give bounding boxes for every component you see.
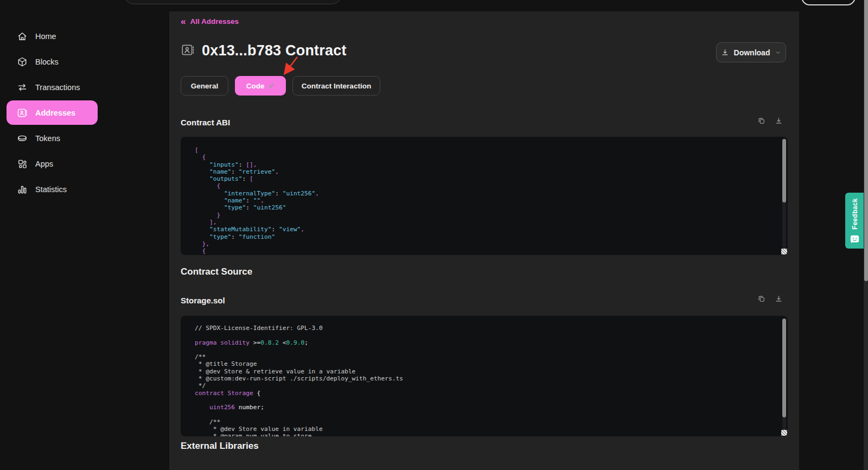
tab-code[interactable]: Code ✓ xyxy=(235,76,286,96)
download-button[interactable]: Download xyxy=(716,42,786,62)
sidebar-item-home[interactable]: Home xyxy=(7,24,98,48)
contract-address-icon xyxy=(181,43,195,59)
scrollbar-thumb[interactable] xyxy=(782,319,786,417)
abi-actions xyxy=(757,117,783,125)
sidebar-item-label: Blocks xyxy=(35,58,59,66)
blocks-icon xyxy=(17,56,28,67)
tab-label: Code xyxy=(246,82,265,90)
sidebar-item-blocks[interactable]: Blocks xyxy=(7,49,98,74)
app-root: Home Blocks Transactions Addresses Token… xyxy=(0,0,868,470)
chevron-down-icon xyxy=(775,49,781,56)
sidebar-item-label: Apps xyxy=(35,160,53,168)
tab-label: General xyxy=(191,82,218,90)
source-code: // SPDX-License-Identifier: GPL-3.0 prag… xyxy=(181,316,788,436)
tab-contract-interaction[interactable]: Contract Interaction xyxy=(292,76,380,96)
check-icon: ✓ xyxy=(269,81,275,90)
copy-icon[interactable] xyxy=(757,295,765,303)
feedback-button[interactable]: Feedback xyxy=(845,193,864,249)
contract-abi-code-block[interactable]: [ { "inputs": [], "name": "retrieve", "o… xyxy=(181,137,788,255)
page-scrollbar[interactable] xyxy=(864,0,868,470)
copy-icon[interactable] xyxy=(757,117,765,125)
sidebar-item-label: Tokens xyxy=(35,134,60,143)
back-link-label: All Addresses xyxy=(190,17,239,26)
sidebar-item-label: Transactions xyxy=(35,83,80,92)
external-libraries-heading: External Libraries xyxy=(181,441,259,452)
statistics-icon xyxy=(17,184,28,195)
home-icon xyxy=(17,31,28,42)
download-icon xyxy=(721,48,729,56)
download-icon[interactable] xyxy=(775,117,783,125)
download-icon[interactable] xyxy=(775,295,783,303)
resize-grip[interactable] xyxy=(781,430,787,436)
transactions-icon xyxy=(17,82,28,93)
download-button-label: Download xyxy=(734,48,770,57)
sidebar-item-addresses[interactable]: Addresses xyxy=(7,100,98,125)
top-right-button-fragment[interactable] xyxy=(801,0,856,5)
contract-abi-heading: Contract ABI xyxy=(181,118,230,127)
sidebar-item-apps[interactable]: Apps xyxy=(7,151,98,176)
sidebar-item-tokens[interactable]: Tokens xyxy=(7,126,98,150)
addresses-icon xyxy=(17,107,28,118)
source-file-name: Storage.sol xyxy=(181,296,225,305)
sidebar-item-label: Statistics xyxy=(35,185,67,194)
feedback-label: Feedback xyxy=(845,196,864,232)
sidebar-item-label: Addresses xyxy=(35,109,75,117)
main-panel: « All Addresses 0x13...b783 Contract Dow… xyxy=(169,11,799,470)
double-chevron-left-icon: « xyxy=(181,18,186,25)
page-scrollbar-thumb[interactable] xyxy=(864,0,868,281)
tab-general[interactable]: General xyxy=(181,76,228,96)
sidebar-item-label: Home xyxy=(35,32,56,41)
sidebar-item-statistics[interactable]: Statistics xyxy=(7,177,98,201)
scrollbar-thumb[interactable] xyxy=(782,139,786,202)
tab-label: Contract Interaction xyxy=(302,82,371,90)
sidebar-item-transactions[interactable]: Transactions xyxy=(7,75,98,99)
page-title: 0x13...b783 Contract xyxy=(202,42,347,59)
resize-grip[interactable] xyxy=(781,249,787,255)
source-actions xyxy=(757,295,783,303)
feedback-smiley-icon xyxy=(850,235,859,244)
abi-code: [ { "inputs": [], "name": "retrieve", "o… xyxy=(181,137,788,255)
contract-source-heading: Contract Source xyxy=(181,266,252,277)
back-to-all-addresses-link[interactable]: « All Addresses xyxy=(181,17,239,26)
sidebar: Home Blocks Transactions Addresses Token… xyxy=(0,0,169,470)
tokens-icon xyxy=(17,133,28,144)
apps-icon xyxy=(17,158,28,169)
title-row: 0x13...b783 Contract xyxy=(181,42,347,59)
contract-source-code-block[interactable]: // SPDX-License-Identifier: GPL-3.0 prag… xyxy=(181,316,788,436)
